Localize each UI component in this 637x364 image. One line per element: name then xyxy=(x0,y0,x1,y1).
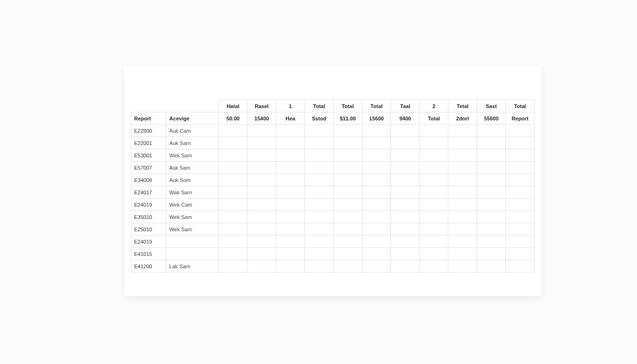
row-cell xyxy=(362,137,391,149)
row-cell xyxy=(477,162,506,174)
row-cell xyxy=(218,162,247,174)
row-cell xyxy=(506,137,535,149)
row-cell xyxy=(448,162,477,174)
subhead-cell: Acevige xyxy=(166,112,218,125)
row-cell xyxy=(334,223,363,236)
row-cell xyxy=(419,260,448,273)
row-cell xyxy=(276,162,305,174)
row-cell xyxy=(419,125,448,137)
row-cell xyxy=(305,186,334,199)
row-cell xyxy=(362,186,391,199)
table-row: E53001Wek Sam xyxy=(131,149,535,162)
col-header xyxy=(131,100,166,112)
row-cell xyxy=(506,248,535,260)
row-cell xyxy=(247,137,276,149)
table-row: E22001Auk Sarn xyxy=(131,137,535,149)
row-cell xyxy=(305,223,334,236)
table-container: Hatal Rasel 1 Total Total Total Taal 2 T… xyxy=(131,100,535,273)
row-cell xyxy=(477,125,506,137)
col-header: Rasel xyxy=(247,100,276,112)
row-cell xyxy=(419,162,448,174)
row-cell xyxy=(276,186,305,199)
col-header: Total xyxy=(362,100,391,112)
row-cell xyxy=(218,149,247,162)
row-cell xyxy=(334,236,363,248)
report-card: Hatal Rasel 1 Total Total Total Taal 2 T… xyxy=(124,66,541,296)
row-cell xyxy=(218,137,247,149)
row-code: E41200 xyxy=(131,260,166,273)
app-canvas: Hatal Rasel 1 Total Total Total Taal 2 T… xyxy=(0,0,637,364)
row-cell xyxy=(276,236,305,248)
row-cell xyxy=(334,162,363,174)
row-name: Wek Sarn xyxy=(166,223,218,236)
row-cell xyxy=(506,236,535,248)
row-cell xyxy=(218,248,247,260)
row-cell xyxy=(506,174,535,186)
row-cell xyxy=(448,199,477,211)
row-name: Wek Sam xyxy=(166,149,218,162)
row-cell xyxy=(276,149,305,162)
row-cell xyxy=(305,174,334,186)
row-cell xyxy=(477,137,506,149)
row-cell xyxy=(448,260,477,273)
row-cell xyxy=(419,223,448,236)
row-cell xyxy=(334,186,363,199)
row-cell xyxy=(391,199,420,211)
row-cell xyxy=(362,223,391,236)
row-cell xyxy=(506,223,535,236)
row-cell xyxy=(334,211,363,223)
row-cell xyxy=(391,162,420,174)
row-cell xyxy=(448,149,477,162)
row-cell xyxy=(276,125,305,137)
subhead-cell: 15400 xyxy=(247,112,276,125)
subhead-cell: Report xyxy=(506,112,535,125)
subhead-cell: 2dorl xyxy=(448,112,477,125)
row-cell xyxy=(305,248,334,260)
row-cell xyxy=(334,260,363,273)
row-cell xyxy=(391,149,420,162)
row-cell xyxy=(448,174,477,186)
subhead-cell: 9400 xyxy=(391,112,420,125)
row-cell xyxy=(305,137,334,149)
table-row: E24019Wek Cam xyxy=(131,199,535,211)
table-row: E24017Wak Sarn xyxy=(131,186,535,199)
row-cell xyxy=(448,186,477,199)
row-code: E25010 xyxy=(131,223,166,236)
row-cell xyxy=(419,174,448,186)
row-cell xyxy=(276,223,305,236)
row-cell xyxy=(419,236,448,248)
row-cell xyxy=(506,125,535,137)
row-cell xyxy=(477,223,506,236)
col-header xyxy=(166,100,218,112)
row-cell xyxy=(448,125,477,137)
row-cell xyxy=(448,223,477,236)
row-cell xyxy=(506,186,535,199)
subhead-cell: 50.00 xyxy=(218,112,247,125)
row-cell xyxy=(448,211,477,223)
row-name: Wek Sam xyxy=(166,211,218,223)
table-row: E22800Auk Cam xyxy=(131,125,535,137)
subhead-cell: Report xyxy=(131,112,166,125)
row-cell xyxy=(391,186,420,199)
row-cell xyxy=(362,174,391,186)
row-cell xyxy=(477,174,506,186)
row-code: E41015 xyxy=(131,248,166,260)
subhead-cell: 15600 xyxy=(362,112,391,125)
subhead-cell: Sstod xyxy=(305,112,334,125)
row-cell xyxy=(506,260,535,273)
row-cell xyxy=(276,137,305,149)
col-header: Total xyxy=(506,100,535,112)
row-cell xyxy=(247,125,276,137)
row-cell xyxy=(362,162,391,174)
row-cell xyxy=(305,211,334,223)
subhead-cell: 55600 xyxy=(477,112,506,125)
row-cell xyxy=(218,199,247,211)
row-cell xyxy=(362,260,391,273)
row-name: Auk Cam xyxy=(166,125,218,137)
row-name: Wak Sarn xyxy=(166,186,218,199)
row-cell xyxy=(391,248,420,260)
row-cell xyxy=(305,149,334,162)
row-name: Auk Som xyxy=(166,174,218,186)
row-cell xyxy=(419,149,448,162)
row-cell xyxy=(419,186,448,199)
